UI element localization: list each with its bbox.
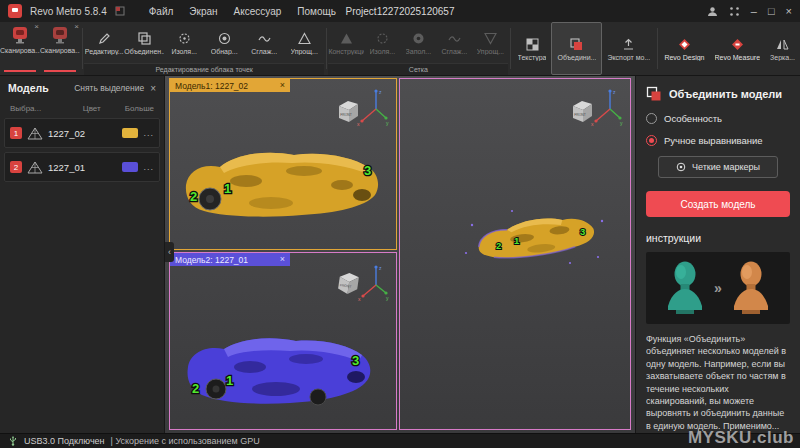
option-feature[interactable]: Особенность (646, 113, 790, 124)
construct-button[interactable]: Конструкци... (328, 22, 364, 63)
merge-panel: Объединить модели Особенность Ручное выр… (635, 76, 800, 433)
menu-screen[interactable]: Экран (189, 6, 217, 17)
apps-grid-icon[interactable] (729, 6, 740, 17)
selection-indicator (44, 70, 76, 72)
user-icon[interactable] (707, 6, 718, 17)
viewport1-tab[interactable]: Модель1: 1227_02 × (170, 79, 290, 92)
isolate-dots-icon (177, 31, 192, 46)
close-icon[interactable]: × (786, 6, 792, 17)
column-color: Цвет (83, 104, 125, 113)
mesh-thumb-icon (27, 161, 43, 174)
mesh-triangle-icon (339, 31, 354, 46)
mesh-simplify-button[interactable]: Упрощ... (472, 22, 508, 63)
scan-item-2[interactable]: × Сканирова... (40, 22, 80, 75)
view-cube-gizmo[interactable]: FRONT z x y (570, 85, 624, 133)
scan-label: Сканирова... (40, 47, 80, 54)
workspace-icon[interactable] (115, 6, 125, 16)
clear-markers-button[interactable]: Четкие маркеры (658, 156, 778, 178)
viewport-model2[interactable]: Модель2: 1227_01 × FRONT (169, 252, 397, 430)
viewport2-title: Модель2: 1227_01 (175, 255, 248, 265)
merged-3d-scan[interactable]: 2 1 3 (452, 197, 616, 271)
close-icon[interactable]: × (34, 23, 39, 31)
revo-design-button[interactable]: Revo Design (659, 22, 709, 75)
marker-label: 1 (224, 181, 231, 196)
create-model-button[interactable]: Создать модель (646, 191, 790, 217)
view-cube-gizmo[interactable]: FRONT z x y (336, 259, 390, 307)
mesh-group: Конструкци... Изоля... Запол... Сглаж...… (328, 22, 508, 75)
maximize-icon[interactable]: □ (768, 6, 775, 17)
wave-icon (257, 31, 272, 46)
texture-button[interactable]: Текстура (513, 22, 552, 75)
revo-measure-button[interactable]: Revo Measure (710, 22, 766, 75)
fill-blob-icon (411, 31, 426, 46)
viewport-merged[interactable]: FRONT z x y (399, 78, 631, 430)
viewport-model1[interactable]: Модель1: 1227_02 × FRONT (169, 78, 397, 250)
main-content: Модель Снять выделение × Выбра... Цвет Б… (0, 76, 800, 433)
close-icon[interactable]: × (150, 83, 156, 94)
mirror-icon (775, 37, 790, 52)
model-row-1[interactable]: 1 1227_02 ... (4, 118, 160, 148)
scan-item-1[interactable]: × Сканирова... (0, 22, 40, 75)
viewport2-tab[interactable]: Модель2: 1227_01 × (170, 253, 290, 266)
color-swatch[interactable] (122, 128, 138, 138)
mesh-smooth-button[interactable]: Сглаж... (436, 22, 472, 63)
usb-icon (8, 436, 18, 446)
menu-file[interactable]: Файл (149, 6, 174, 17)
scanner-icon (50, 25, 70, 45)
transform-arrow-icon: » (714, 280, 722, 296)
mirror-button[interactable]: Зерка... (765, 22, 800, 75)
detect-button[interactable]: Обнар... (204, 22, 244, 63)
fuse-button[interactable]: Объединен... (124, 22, 164, 63)
column-selected: Выбра... (10, 104, 83, 113)
view-cube-gizmo[interactable]: FRONT z x y (336, 85, 390, 133)
overlap-squares-icon (137, 31, 152, 46)
pencil-icon (97, 31, 112, 46)
marker-label: 2 (496, 240, 501, 251)
marker-label: 3 (364, 163, 371, 178)
merge-panel-header: Объединить модели (646, 86, 790, 102)
panel-collapse-handle[interactable]: ‹ (165, 242, 174, 262)
minimize-icon[interactable]: – (751, 6, 757, 17)
instructions-title: инструкции (646, 232, 790, 244)
close-icon[interactable]: × (280, 81, 285, 90)
color-swatch[interactable] (122, 162, 138, 172)
statusbar: USB3.0 Подключен | Ускорение с использов… (0, 433, 800, 448)
gpu-status: | Ускорение с использованием GPU (111, 436, 260, 446)
more-button[interactable]: ... (143, 128, 154, 138)
smooth-button[interactable]: Сглаж... (244, 22, 284, 63)
simplify-button[interactable]: Упрощ... (284, 22, 324, 63)
model2-3d-scan[interactable]: 2 1 3 (176, 309, 390, 425)
close-icon[interactable]: × (74, 23, 79, 31)
more-button[interactable]: ... (143, 162, 154, 172)
export-arrow-icon (621, 37, 636, 52)
mesh-thumb-icon (27, 127, 43, 140)
panel-title: Модель (8, 82, 49, 94)
triangle-down-icon (483, 31, 498, 46)
radio-unselected-icon[interactable] (646, 113, 657, 124)
gizmo-y-label: y (620, 120, 623, 126)
isolate-button[interactable]: Изоля... (164, 22, 204, 63)
edit-button[interactable]: Редактиру... (84, 22, 124, 63)
marker-label: 3 (352, 353, 359, 368)
instructions-text: Функция «Объединить» объединяет нескольк… (646, 333, 790, 433)
merge-button[interactable]: Объедини... (551, 22, 602, 75)
model1-3d-scan[interactable]: 2 1 3 (176, 123, 390, 235)
mesh-group-label: Сетка (328, 63, 508, 75)
fill-holes-button[interactable]: Запол... (400, 22, 436, 63)
mesh-isolate-button[interactable]: Изоля... (364, 22, 400, 63)
app-window: Revo Metro 5.8.4 Файл Экран Аксессуар По… (0, 0, 800, 448)
column-headers: Выбра... Цвет Больше (0, 100, 164, 116)
export-model-button[interactable]: Экспорт мо... (602, 22, 655, 75)
option-manual-align[interactable]: Ручное выравнивание (646, 135, 790, 146)
deselect-button[interactable]: Снять выделение (74, 83, 144, 93)
checker-icon (525, 37, 540, 52)
model-name: 1227_02 (48, 128, 117, 139)
target-icon (217, 31, 232, 46)
menu-help[interactable]: Помощь (297, 6, 336, 17)
watermark: MYSKU.club (688, 428, 794, 448)
marker-label: 2 (190, 189, 197, 204)
close-icon[interactable]: × (280, 255, 285, 264)
model-row-2[interactable]: 2 1227_01 ... (4, 152, 160, 182)
radio-selected-icon[interactable] (646, 135, 657, 146)
menu-accessory[interactable]: Аксессуар (234, 6, 282, 17)
